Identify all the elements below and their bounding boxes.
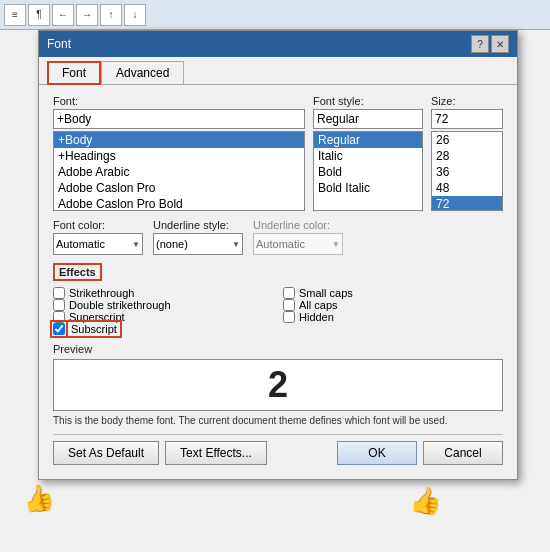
subscript-row[interactable]: Subscript	[53, 323, 273, 335]
subscript-label: Subscript	[69, 323, 119, 335]
toolbar: ≡ ¶ ← → ↑ ↓	[0, 0, 550, 30]
effects-section: Effects Strikethrough Double strikethrou…	[53, 263, 503, 335]
list-item[interactable]: 36	[432, 164, 502, 180]
dropdown-arrow-icon: ▼	[132, 240, 140, 249]
double-strikethrough-label: Double strikethrough	[69, 299, 171, 311]
preview-box: 2	[53, 359, 503, 411]
all-caps-label: All caps	[299, 299, 338, 311]
preview-description: This is the body theme font. The current…	[53, 415, 503, 426]
superscript-row[interactable]: Superscript	[53, 311, 273, 323]
list-item[interactable]: Adobe Caslon Pro	[54, 180, 304, 196]
font-size-label: Size:	[431, 95, 503, 107]
list-item[interactable]: 28	[432, 148, 502, 164]
preview-section: Preview 2 This is the body theme font. T…	[53, 343, 503, 426]
dropdown-arrow-icon: ▼	[332, 240, 340, 249]
double-strikethrough-row[interactable]: Double strikethrough	[53, 299, 273, 311]
list-item[interactable]: Regular	[314, 132, 422, 148]
superscript-checkbox[interactable]	[53, 311, 65, 323]
font-name-label: Font:	[53, 95, 305, 107]
list-item[interactable]: Bold Italic	[314, 180, 422, 196]
hidden-label: Hidden	[299, 311, 334, 323]
list-item[interactable]: Bold	[314, 164, 422, 180]
strikethrough-checkbox[interactable]	[53, 287, 65, 299]
font-name-col: Font: +Body +Headings Adobe Arabic Adobe…	[53, 95, 305, 211]
font-color-label: Font color:	[53, 219, 143, 231]
left-buttons: Set As Default Text Effects...	[53, 441, 267, 465]
list-item[interactable]: +Body	[54, 132, 304, 148]
ok-button[interactable]: OK	[337, 441, 417, 465]
tabs-bar: Font Advanced	[39, 57, 517, 85]
font-style-listbox[interactable]: Regular Italic Bold Bold Italic	[313, 131, 423, 211]
effects-left-col: Strikethrough Double strikethrough Super…	[53, 287, 273, 335]
list-item[interactable]: 48	[432, 180, 502, 196]
tab-font[interactable]: Font	[47, 61, 101, 85]
thumbs-up-right-icon: 👍	[409, 484, 444, 518]
underline-color-select[interactable]: Automatic ▼	[253, 233, 343, 255]
close-button[interactable]: ✕	[491, 35, 509, 53]
thumbs-up-left-icon: 👍	[20, 480, 57, 516]
font-size-col: Size: 26 28 36 48 72	[431, 95, 503, 211]
strikethrough-label: Strikethrough	[69, 287, 134, 299]
toolbar-btn-6[interactable]: ↓	[124, 4, 146, 26]
set-default-button[interactable]: Set As Default	[53, 441, 159, 465]
underline-style-label: Underline style:	[153, 219, 243, 231]
font-size-input[interactable]	[431, 109, 503, 129]
superscript-label: Superscript	[69, 311, 125, 323]
effects-label: Effects	[53, 263, 102, 281]
subscript-checkbox[interactable]	[53, 323, 65, 335]
double-strikethrough-checkbox[interactable]	[53, 299, 65, 311]
small-caps-checkbox[interactable]	[283, 287, 295, 299]
dropdown-arrow-icon: ▼	[232, 240, 240, 249]
font-name-listbox[interactable]: +Body +Headings Adobe Arabic Adobe Caslo…	[53, 131, 305, 211]
underline-style-col: Underline style: (none) ▼	[153, 219, 243, 255]
underline-style-select[interactable]: (none) ▼	[153, 233, 243, 255]
toolbar-btn-2[interactable]: ¶	[28, 4, 50, 26]
hidden-row[interactable]: Hidden	[283, 311, 503, 323]
font-name-input[interactable]	[53, 109, 305, 129]
tab-advanced[interactable]: Advanced	[101, 61, 184, 84]
list-item[interactable]: 72	[432, 196, 502, 211]
toolbar-btn-5[interactable]: ↑	[100, 4, 122, 26]
font-style-input[interactable]	[313, 109, 423, 129]
toolbar-btn-3[interactable]: ←	[52, 4, 74, 26]
text-effects-button[interactable]: Text Effects...	[165, 441, 267, 465]
list-item[interactable]: Adobe Arabic	[54, 164, 304, 180]
all-caps-checkbox[interactable]	[283, 299, 295, 311]
small-caps-label: Small caps	[299, 287, 353, 299]
underline-color-col: Underline color: Automatic ▼	[253, 219, 343, 255]
effects-grid: Strikethrough Double strikethrough Super…	[53, 287, 503, 335]
dialog-body: Font: +Body +Headings Adobe Arabic Adobe…	[39, 85, 517, 479]
font-style-col: Font style: Regular Italic Bold Bold Ita…	[313, 95, 423, 211]
font-style-size-row: Font: +Body +Headings Adobe Arabic Adobe…	[53, 95, 503, 211]
preview-label: Preview	[53, 343, 503, 355]
help-button[interactable]: ?	[471, 35, 489, 53]
cancel-button[interactable]: Cancel	[423, 441, 503, 465]
preview-text: 2	[268, 364, 288, 406]
underline-row: Font color: Automatic ▼ Underline style:…	[53, 219, 503, 255]
font-dialog: Font ? ✕ Font Advanced Font: +Body +Head…	[38, 30, 518, 480]
toolbar-btn-1[interactable]: ≡	[4, 4, 26, 26]
list-item[interactable]: 26	[432, 132, 502, 148]
toolbar-btn-4[interactable]: →	[76, 4, 98, 26]
buttons-row: Set As Default Text Effects... OK Cancel	[53, 434, 503, 469]
dialog-titlebar: Font ? ✕	[39, 31, 517, 57]
all-caps-row[interactable]: All caps	[283, 299, 503, 311]
strikethrough-row[interactable]: Strikethrough	[53, 287, 273, 299]
list-item[interactable]: +Headings	[54, 148, 304, 164]
font-size-listbox[interactable]: 26 28 36 48 72	[431, 131, 503, 211]
dialog-title-text: Font	[47, 37, 71, 51]
titlebar-controls: ? ✕	[471, 35, 509, 53]
font-color-select[interactable]: Automatic ▼	[53, 233, 143, 255]
effects-right-col: Small caps All caps Hidden	[283, 287, 503, 335]
hidden-checkbox[interactable]	[283, 311, 295, 323]
font-color-col: Font color: Automatic ▼	[53, 219, 143, 255]
list-item[interactable]: Adobe Caslon Pro Bold	[54, 196, 304, 211]
small-caps-row[interactable]: Small caps	[283, 287, 503, 299]
font-style-label: Font style:	[313, 95, 423, 107]
underline-color-label: Underline color:	[253, 219, 343, 231]
list-item[interactable]: Italic	[314, 148, 422, 164]
right-buttons: OK Cancel	[337, 441, 503, 465]
